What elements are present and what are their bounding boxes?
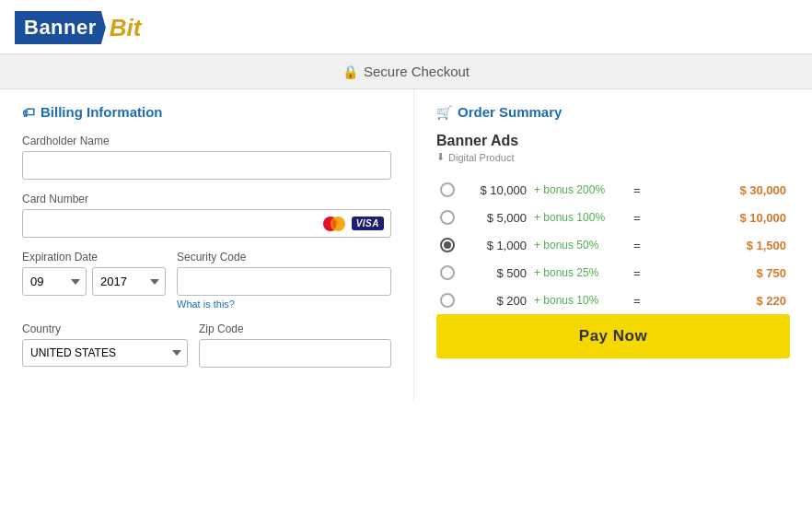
expiry-label: Expiration Date bbox=[22, 251, 166, 264]
card-icons: VISA bbox=[320, 215, 384, 233]
zip-label: Zip Code bbox=[199, 322, 391, 335]
bonus-text: + bonus 200% bbox=[534, 183, 626, 196]
logo-banner-text: Banner bbox=[15, 11, 106, 44]
lock-icon: 🔒 bbox=[342, 64, 358, 79]
total-amount: $ 750 bbox=[648, 266, 786, 280]
logo: Banner Bit bbox=[15, 11, 141, 44]
radio-button[interactable] bbox=[440, 210, 455, 225]
bonus-text: + bonus 50% bbox=[534, 239, 626, 252]
tag-icon: 🏷 bbox=[22, 105, 35, 120]
country-zip-group: Country UNITED STATES CANADA UNITED KING… bbox=[22, 322, 391, 368]
price-amount: $ 10,000 bbox=[462, 183, 527, 197]
order-summary-title: 🛒 Order Summary bbox=[436, 104, 790, 120]
security-code-label: Security Code bbox=[177, 251, 391, 264]
download-icon: ⬇ bbox=[436, 151, 445, 163]
cart-icon: 🛒 bbox=[436, 105, 452, 120]
what-is-this-link[interactable]: What is this? bbox=[177, 299, 391, 310]
pricing-row[interactable]: $ 10,000+ bonus 200%=$ 30,000 bbox=[436, 176, 790, 204]
zip-section: Zip Code bbox=[199, 322, 391, 368]
pricing-row[interactable]: $ 1,000+ bonus 50%=$ 1,500 bbox=[436, 231, 790, 259]
card-number-group: Card Number VISA bbox=[22, 193, 391, 238]
price-amount: $ 1,000 bbox=[462, 239, 527, 252]
expiry-year-select[interactable]: 2015 2016 2017 2018 2019 2020 2021 bbox=[92, 267, 166, 296]
expiry-section: Expiration Date 01 02 03 04 05 06 07 08 … bbox=[22, 251, 166, 310]
header: Banner Bit bbox=[0, 0, 812, 54]
billing-section-title: 🏷 Billing Information bbox=[22, 104, 391, 120]
card-number-wrapper: VISA bbox=[22, 209, 391, 238]
bonus-text: + bonus 10% bbox=[534, 294, 626, 307]
checkout-bar-label: Secure Checkout bbox=[364, 64, 470, 79]
cardholder-name-input[interactable] bbox=[22, 151, 391, 180]
price-amount: $ 5,000 bbox=[462, 211, 527, 225]
equals-sign: = bbox=[633, 211, 641, 225]
total-amount: $ 1,500 bbox=[648, 239, 786, 252]
checkout-bar: 🔒 Secure Checkout bbox=[0, 54, 812, 89]
price-amount: $ 200 bbox=[462, 294, 527, 308]
billing-panel: 🏷 Billing Information Cardholder Name Ca… bbox=[0, 89, 414, 403]
logo-bit-text: Bit bbox=[110, 14, 142, 42]
bonus-text: + bonus 25% bbox=[534, 266, 626, 279]
total-amount: $ 30,000 bbox=[648, 183, 786, 197]
zip-input[interactable] bbox=[199, 339, 391, 368]
security-code-input[interactable] bbox=[177, 267, 391, 296]
country-select[interactable]: UNITED STATES CANADA UNITED KINGDOM bbox=[22, 339, 188, 367]
price-amount: $ 500 bbox=[462, 266, 527, 280]
pricing-options: $ 10,000+ bonus 200%=$ 30,000$ 5,000+ bo… bbox=[436, 176, 790, 314]
product-name: Banner Ads bbox=[436, 133, 790, 149]
radio-button[interactable] bbox=[440, 265, 455, 280]
pricing-row[interactable]: $ 200+ bonus 10%=$ 220 bbox=[436, 287, 790, 314]
card-number-label: Card Number bbox=[22, 193, 391, 205]
main-layout: 🏷 Billing Information Cardholder Name Ca… bbox=[0, 89, 812, 403]
cardholder-name-label: Cardholder Name bbox=[22, 135, 391, 147]
equals-sign: = bbox=[633, 294, 641, 308]
pricing-row[interactable]: $ 5,000+ bonus 100%=$ 10,000 bbox=[436, 204, 790, 231]
pricing-row[interactable]: $ 500+ bonus 25%=$ 750 bbox=[436, 259, 790, 287]
order-summary-panel: 🛒 Order Summary Banner Ads ⬇ Digital Pro… bbox=[414, 89, 812, 403]
total-amount: $ 10,000 bbox=[648, 211, 786, 225]
cardholder-name-group: Cardholder Name bbox=[22, 135, 391, 180]
bonus-text: + bonus 100% bbox=[534, 211, 626, 224]
equals-sign: = bbox=[633, 183, 641, 197]
expiry-selects: 01 02 03 04 05 06 07 08 09 10 11 12 bbox=[22, 267, 166, 296]
security-section: Security Code What is this? bbox=[177, 251, 391, 310]
expiry-month-select[interactable]: 01 02 03 04 05 06 07 08 09 10 11 12 bbox=[22, 267, 87, 296]
equals-sign: = bbox=[633, 239, 641, 252]
radio-button[interactable] bbox=[440, 182, 455, 197]
radio-button[interactable] bbox=[440, 293, 455, 308]
expiry-security-group: Expiration Date 01 02 03 04 05 06 07 08 … bbox=[22, 251, 391, 310]
mastercard-icon bbox=[320, 215, 348, 233]
digital-product-label: ⬇ Digital Product bbox=[436, 151, 790, 163]
country-label: Country bbox=[22, 322, 188, 335]
equals-sign: = bbox=[633, 266, 641, 280]
radio-button[interactable] bbox=[440, 238, 455, 252]
total-amount: $ 220 bbox=[648, 294, 786, 308]
visa-icon: VISA bbox=[352, 217, 384, 230]
pay-now-button[interactable]: Pay Now bbox=[436, 314, 790, 358]
country-section: Country UNITED STATES CANADA UNITED KING… bbox=[22, 322, 188, 368]
